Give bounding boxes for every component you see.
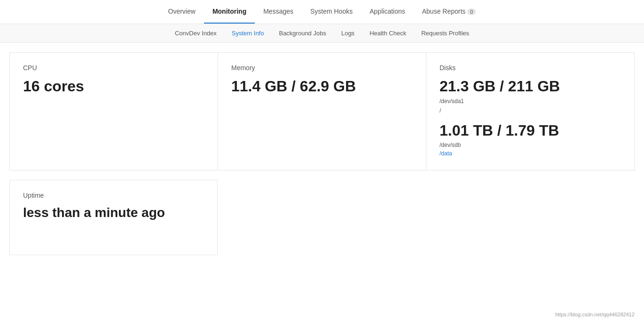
uptime-cards-row: Uptime less than a minute ago <box>9 180 635 255</box>
sub-navigation: ConvDev Index System Info Background Job… <box>0 24 644 43</box>
subnav-background-jobs[interactable]: Background Jobs <box>271 24 333 42</box>
disk1-device: /dev/sda1 <box>440 98 621 105</box>
cpu-card: CPU 16 cores <box>9 52 218 170</box>
nav-system-hooks[interactable]: System Hooks <box>302 0 361 24</box>
top-navigation: Overview Monitoring Messages System Hook… <box>0 0 644 24</box>
nav-applications[interactable]: Applications <box>361 0 414 24</box>
disk1-value: 21.3 GB / 211 GB <box>440 77 621 95</box>
disks-label: Disks <box>440 64 621 72</box>
disks-card: Disks 21.3 GB / 211 GB /dev/sda1 / 1.01 … <box>426 52 635 170</box>
disk2-section: 1.01 TB / 1.79 TB /dev/sdb /data <box>440 121 621 156</box>
uptime-value: less than a minute ago <box>23 205 204 221</box>
nav-monitoring[interactable]: Monitoring <box>204 0 255 24</box>
nav-overview[interactable]: Overview <box>160 0 204 24</box>
subnav-system-info[interactable]: System Info <box>224 24 272 42</box>
uptime-card: Uptime less than a minute ago <box>9 180 218 255</box>
memory-value: 11.4 GB / 62.9 GB <box>231 77 413 95</box>
memory-card: Memory 11.4 GB / 62.9 GB <box>218 52 426 170</box>
uptime-label: Uptime <box>23 192 204 199</box>
abuse-reports-badge: 0 <box>467 8 476 15</box>
subnav-logs[interactable]: Logs <box>334 24 362 42</box>
nav-abuse-reports[interactable]: Abuse Reports0 <box>414 0 485 24</box>
subnav-requests-profiles[interactable]: Requests Profiles <box>414 24 477 42</box>
main-content: CPU 16 cores Memory 11.4 GB / 62.9 GB Di… <box>0 43 644 265</box>
nav-messages[interactable]: Messages <box>255 0 302 24</box>
disk2-value: 1.01 TB / 1.79 TB <box>440 121 621 139</box>
cpu-label: CPU <box>23 64 204 72</box>
disk1-mount: / <box>440 107 621 114</box>
cpu-value: 16 cores <box>23 77 204 95</box>
stats-cards-row: CPU 16 cores Memory 11.4 GB / 62.9 GB Di… <box>9 52 635 170</box>
memory-label: Memory <box>231 64 413 72</box>
disk2-device: /dev/sdb <box>440 142 621 148</box>
subnav-convdev-index[interactable]: ConvDev Index <box>167 24 224 42</box>
subnav-health-check[interactable]: Health Check <box>362 24 414 42</box>
disk2-mount: /data <box>440 150 621 157</box>
